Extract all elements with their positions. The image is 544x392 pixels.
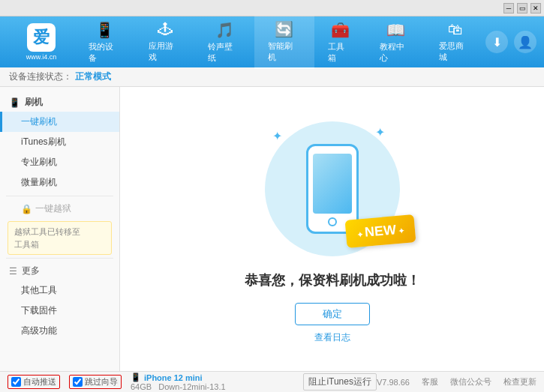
skip-wizard-label: 跳过向导 xyxy=(85,376,118,388)
main-area: 📱 刷机 一键刷机 iTunes刷机 专业刷机 微量刷机 🔒 一键越狱 越狱工具… xyxy=(0,87,544,371)
new-badge: NEW xyxy=(344,214,416,248)
advanced-label: 高级功能 xyxy=(21,325,57,336)
service-link[interactable]: 客服 xyxy=(422,376,438,388)
wechat-link[interactable]: 微信公众号 xyxy=(450,376,491,388)
nav-smart-flash[interactable]: 🔄 智能刷机 xyxy=(254,16,314,69)
version-text: V7.98.66 xyxy=(377,378,410,387)
sidebar-jailbreak-section: 🔒 一键越狱 xyxy=(0,199,119,218)
phone-home-button xyxy=(328,217,337,226)
skip-wizard-checkbox[interactable] xyxy=(73,377,83,387)
sidebar-item-one-click-flash[interactable]: 一键刷机 xyxy=(0,112,119,132)
sidebar-item-itunes-flash[interactable]: iTunes刷机 xyxy=(0,132,119,152)
header: 爱 www.i4.cn 📱 我的设备 🕹 应用游戏 🎵 铃声壁纸 🔄 智能刷机 … xyxy=(0,16,544,67)
main-nav: 📱 我的设备 🕹 应用游戏 🎵 铃声壁纸 🔄 智能刷机 🧰 工具箱 📖 教程中心… xyxy=(75,16,485,69)
phone-illustration: ✦ ✦ NEW xyxy=(257,114,407,264)
device-model: Down-12mini-13.1 xyxy=(158,382,225,391)
nav-app-game-label: 应用游戏 xyxy=(149,40,182,63)
sidebar: 📱 刷机 一键刷机 iTunes刷机 专业刷机 微量刷机 🔒 一键越狱 越狱工具… xyxy=(0,87,120,371)
device-info: 📱 iPhone 12 mini 64GB Down-12mini-13.1 xyxy=(131,373,226,391)
nav-my-device-label: 我的设备 xyxy=(89,41,122,64)
auto-push-checkbox-label[interactable]: 自动推送 xyxy=(8,375,60,389)
nav-wallpaper-label: 铃声壁纸 xyxy=(208,41,241,64)
info-box-text: 越狱工具已转移至工具箱 xyxy=(14,227,80,249)
lock-icon: 🔒 xyxy=(21,204,32,214)
stop-itunes-label: 阻止iTunes运行 xyxy=(308,376,371,388)
user-button[interactable]: 👤 xyxy=(514,31,536,53)
status-bar: 设备连接状态： 正常模式 xyxy=(0,67,544,87)
bottom-right: V7.98.66 客服 微信公众号 检查更新 xyxy=(377,376,536,388)
device-icon: 📱 xyxy=(131,373,141,382)
sidebar-divider-1 xyxy=(6,196,113,196)
title-bar: ─ ▭ ✕ xyxy=(0,0,544,16)
device-name-text: iPhone 12 mini xyxy=(144,373,203,382)
sidebar-item-pro-flash[interactable]: 专业刷机 xyxy=(0,152,119,172)
update-link[interactable]: 检查更新 xyxy=(503,376,536,388)
status-label: 设备连接状态： xyxy=(9,70,72,83)
nav-mall-label: 爱思商城 xyxy=(439,40,472,63)
logo[interactable]: 爱 www.i4.cn xyxy=(8,23,75,61)
tutorial-icon: 📖 xyxy=(386,21,405,39)
success-message: 恭喜您，保资料刷机成功啦！ xyxy=(245,271,420,289)
nav-wallpaper[interactable]: 🎵 铃声壁纸 xyxy=(194,16,254,68)
stop-itunes-button[interactable]: 阻止iTunes运行 xyxy=(303,373,377,391)
download-firmware-label: 下载固件 xyxy=(21,305,57,316)
micro-flash-label: 微量刷机 xyxy=(21,177,57,187)
sidebar-divider-2 xyxy=(6,258,113,259)
one-click-flash-label: 一键刷机 xyxy=(21,116,57,127)
sidebar-item-advanced[interactable]: 高级功能 xyxy=(0,321,119,341)
sidebar-item-download-firmware[interactable]: 下载固件 xyxy=(0,301,119,321)
mall-icon: 🛍 xyxy=(448,21,463,38)
nav-mall[interactable]: 🛍 爱思商城 xyxy=(425,16,485,67)
jailbreak-label: 一键越狱 xyxy=(35,202,71,215)
sparkle-top-right: ✦ xyxy=(375,125,385,139)
logo-site: www.i4.cn xyxy=(26,53,57,61)
header-actions: ⬇ 👤 xyxy=(485,31,536,53)
flash-section-icon: 📱 xyxy=(9,97,20,108)
my-device-icon: 📱 xyxy=(95,21,114,39)
smart-flash-icon: 🔄 xyxy=(275,20,293,38)
device-details: 64GB Down-12mini-13.1 xyxy=(131,382,226,391)
bottom-bar: 自动推送 跳过向导 📱 iPhone 12 mini 64GB Down-12m… xyxy=(0,371,544,392)
sidebar-item-micro-flash[interactable]: 微量刷机 xyxy=(0,172,119,193)
download-button[interactable]: ⬇ xyxy=(485,31,508,53)
more-section-icon: ☰ xyxy=(9,266,17,277)
sidebar-more-section: ☰ 更多 xyxy=(0,262,119,280)
auto-push-checkbox[interactable] xyxy=(11,377,21,387)
flash-section-label: 刷机 xyxy=(25,96,43,109)
itunes-flash-label: iTunes刷机 xyxy=(21,136,66,147)
bottom-left: 自动推送 跳过向导 📱 iPhone 12 mini 64GB Down-12m… xyxy=(8,373,303,391)
view-log-link[interactable]: 查看日志 xyxy=(314,331,350,344)
logo-icon: 爱 xyxy=(27,23,56,52)
wallpaper-icon: 🎵 xyxy=(215,21,234,39)
minimize-button[interactable]: ─ xyxy=(503,3,514,13)
status-value: 正常模式 xyxy=(75,70,111,83)
nav-toolbox-label: 工具箱 xyxy=(328,41,353,64)
nav-my-device[interactable]: 📱 我的设备 xyxy=(75,16,135,68)
device-name-row: 📱 iPhone 12 mini xyxy=(131,373,226,382)
confirm-button[interactable]: 确定 xyxy=(295,303,370,325)
sparkle-top-left: ✦ xyxy=(272,129,282,143)
skip-wizard-checkbox-label[interactable]: 跳过向导 xyxy=(69,375,122,389)
sidebar-section-flash: 📱 刷机 xyxy=(0,93,119,112)
toolbox-icon: 🧰 xyxy=(331,21,350,39)
nav-toolbox[interactable]: 🧰 工具箱 xyxy=(314,16,366,68)
close-button[interactable]: ✕ xyxy=(530,3,541,13)
other-tools-label: 其他工具 xyxy=(21,285,57,295)
device-storage: 64GB xyxy=(131,382,152,391)
nav-smart-flash-label: 智能刷机 xyxy=(268,40,301,63)
nav-tutorial[interactable]: 📖 教程中心 xyxy=(366,16,426,68)
pro-flash-label: 专业刷机 xyxy=(21,157,57,167)
sidebar-info-box: 越狱工具已转移至工具箱 xyxy=(8,221,112,255)
more-section-label: 更多 xyxy=(22,265,40,277)
restore-button[interactable]: ▭ xyxy=(517,3,527,13)
nav-app-game[interactable]: 🕹 应用游戏 xyxy=(135,16,195,67)
sidebar-item-other-tools[interactable]: 其他工具 xyxy=(0,280,119,301)
phone-screen xyxy=(313,154,352,214)
nav-tutorial-label: 教程中心 xyxy=(380,41,413,64)
app-game-icon: 🕹 xyxy=(158,21,173,38)
window-controls: ─ ▭ ✕ xyxy=(503,3,541,13)
content-area: ✦ ✦ NEW 恭喜您，保资料刷机成功啦！ 确定 查看日志 xyxy=(120,87,544,371)
auto-push-label: 自动推送 xyxy=(23,376,56,388)
